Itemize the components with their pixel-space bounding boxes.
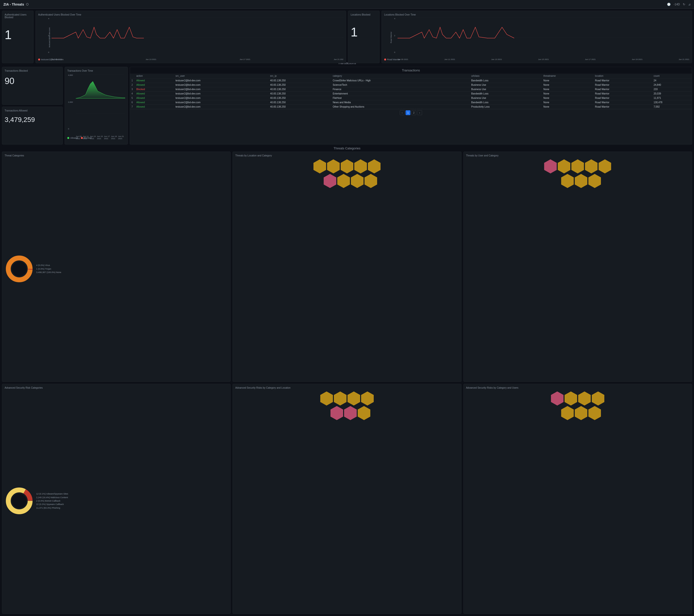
hex-cell (351, 174, 364, 188)
row-category: CrowdStrike Malicious URLs - High (331, 78, 470, 83)
middle-row: Transactions Blocked 90 Transactions All… (2, 67, 692, 145)
header-controls: 🕐 -14D ↻ ⊿ (667, 3, 691, 6)
threats-by-location-card: Threats by Location and Category (233, 152, 461, 382)
row-location: Road Warrior (593, 105, 652, 109)
hex-cell (551, 392, 564, 406)
row-src-ip: 40.83.138.250 (269, 78, 331, 83)
locations-chart-title: Locations Blocked Over Time (384, 13, 689, 16)
threats-categories-title: Threats Categories (2, 147, 692, 150)
adware-label: 12 (0.1%) Adware/Spyware Sites (36, 492, 68, 496)
table-row[interactable]: 1 Allowed testuser2@bd-dev.com 40.83.138… (130, 78, 692, 83)
right-section: Transactions Over Time 4,0002,0000 (65, 67, 692, 145)
table-body: 1 Allowed testuser2@bd-dev.com 40.83.138… (130, 78, 692, 109)
virus-label: 4 (0.0%) Virus (36, 264, 61, 267)
row-action: Allowed (135, 105, 174, 109)
hex-cell (544, 159, 557, 173)
advanced-security-title: Advanced Security Risk Categories (5, 387, 228, 389)
col-location[interactable]: location (593, 74, 652, 78)
hex-cell (320, 392, 333, 406)
col-src-ip[interactable]: src_ip (269, 74, 331, 78)
row-src-ip: 40.83.138.250 (269, 105, 331, 109)
next-page-btn[interactable]: › (417, 110, 422, 115)
threat-categories-donut-container: 4 (0.0%) Virus 1 (0.0%) Trojan 3,498,387… (5, 159, 228, 379)
transactions-table-title: Transactions (130, 67, 692, 74)
bottom-grid: Threat Categories 4 (0.0%) Virus 1 (0.0%… (2, 152, 692, 614)
row-category: Finance (331, 87, 470, 92)
auth-legend-dot (38, 58, 40, 60)
time-range[interactable]: -14D (674, 3, 680, 6)
hex-cell (337, 174, 350, 188)
row-src-ip: 40.83.138.250 (269, 83, 331, 87)
row-count: 24 (652, 78, 692, 83)
advanced-donut-labels: 12 (0.1%) Adware/Spyware Sites 2,245 (16… (36, 492, 68, 510)
row-urlclass: Productivity Loss (470, 105, 542, 109)
auth-users-blocked-title: Authenticated Users Blocked (5, 13, 31, 19)
transactions-allowed-card: Transactions Allowed 3,479,259 (2, 107, 63, 145)
row-threatname: None (542, 83, 593, 87)
hex-cell (347, 392, 360, 406)
table-row[interactable]: 3 Blocked testuser2@bd-dev.com 40.83.138… (130, 87, 692, 92)
left-stats: Transactions Blocked 90 Transactions All… (2, 67, 63, 145)
col-category[interactable]: category (331, 74, 470, 78)
table-row[interactable]: 7 Allowed testuser2@bd-dev.com 40.83.138… (130, 105, 692, 109)
prev-page-btn[interactable]: ‹ (400, 110, 405, 115)
hex-cell (588, 406, 601, 420)
hex-cell (561, 174, 574, 188)
row-threatname: None (542, 92, 593, 96)
row-threatname: None (542, 96, 593, 100)
row-location: Road Warrior (593, 87, 652, 92)
row-src-user: testuser2@bd-dev.com (174, 105, 269, 109)
hex-cell (344, 406, 357, 420)
hex-cell (588, 174, 601, 188)
row-urlclass: Business Use (470, 87, 542, 92)
col-num (130, 74, 135, 78)
col-urlclass[interactable]: urlclass (470, 74, 542, 78)
col-threatname[interactable]: threatname (542, 74, 593, 78)
table-row[interactable]: 4 Allowed testuser2@bd-dev.com 40.83.138… (130, 92, 692, 96)
row-src-ip: 40.83.138.250 (269, 100, 331, 105)
table-wrapper: action src_user src_ip category urlclass… (130, 74, 692, 109)
header: ZIA - Threats ⬡ 🕐 -14D ↻ ⊿ (0, 0, 694, 9)
row-location: Road Warrior (593, 78, 652, 83)
table-header-row: action src_user src_ip category urlclass… (130, 74, 692, 78)
hex-cell (341, 159, 353, 173)
advanced-donut-container: 12 (0.1%) Adware/Spyware Sites 2,245 (16… (5, 391, 228, 611)
col-action[interactable]: action (135, 74, 174, 78)
row-count: 11,971 (652, 96, 692, 100)
row-num: 7 (130, 105, 135, 109)
hex-cell (578, 392, 591, 406)
row-src-user: testuser2@bd-dev.com (174, 78, 269, 83)
auth-users-sparkline (52, 18, 343, 57)
hex-cell (354, 159, 367, 173)
row-action: Allowed (135, 78, 174, 83)
spyware-label: 22 (0.2%) Spyware Callback (36, 503, 68, 506)
page-1-btn[interactable]: 1 (405, 110, 410, 115)
share-icon[interactable]: ⬡ (26, 3, 29, 6)
advanced-security-card: Advanced Security Risk Categories (2, 384, 231, 614)
hex-cell (599, 159, 611, 173)
threats-by-location-hexgrid (235, 159, 458, 188)
auth-users-chart-title: Authenticated Users Blocked Over Time (38, 13, 343, 16)
threat-donut-labels: 4 (0.0%) Virus 1 (0.0%) Trojan 3,498,387… (36, 264, 61, 274)
hex-cell (558, 159, 570, 173)
advanced-by-users-card: Advanced Security Risks by Category and … (463, 384, 692, 614)
row-src-user: testuser2@bd-dev.com (174, 83, 269, 87)
table-row[interactable]: 5 Allowed testuser2@bd-dev.com 40.83.138… (130, 96, 692, 100)
row-urlclass: Bandwidth Loss (470, 78, 542, 83)
refresh-icon[interactable]: ↻ (683, 3, 685, 6)
page-2-btn[interactable]: 2 (412, 110, 416, 115)
table-row[interactable]: 2 Allowed testuser2@bd-dev.com 40.83.138… (130, 83, 692, 87)
hex-cell (334, 392, 347, 406)
filter-icon[interactable]: ⊿ (688, 3, 691, 6)
row-num: 2 (130, 83, 135, 87)
row-num: 5 (130, 96, 135, 100)
col-count[interactable]: count (652, 74, 692, 78)
table-row[interactable]: 6 Allowed testuser2@bd-dev.com 40.83.138… (130, 100, 692, 105)
row-src-ip: 40.83.138.250 (269, 96, 331, 100)
phishing-label: 11,371 (83.3%) Phishing (36, 506, 68, 510)
auth-users-blocked-card: Authenticated Users Blocked 1 (2, 11, 34, 63)
col-src-user[interactable]: src_user (174, 74, 269, 78)
row-num: 3 (130, 87, 135, 92)
advanced-by-location-card: Advanced Security Risks by Category and … (233, 384, 461, 614)
row-src-user: testuser2@bd-dev.com (174, 96, 269, 100)
